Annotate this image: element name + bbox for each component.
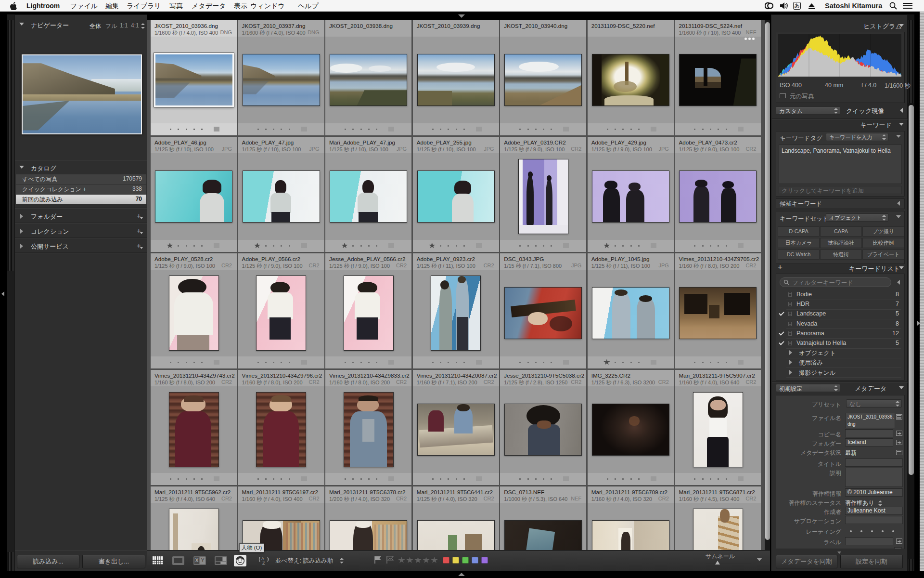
svg-text:Z: Z [262, 561, 265, 565]
